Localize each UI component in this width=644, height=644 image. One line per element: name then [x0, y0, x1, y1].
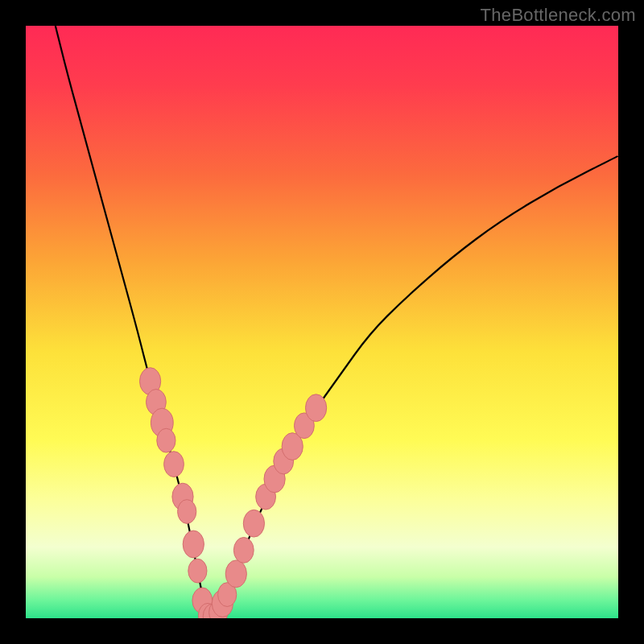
bead-group	[140, 368, 327, 618]
bead-marker	[225, 560, 246, 588]
curve-layer	[26, 26, 618, 618]
bead-marker	[164, 452, 184, 477]
watermark-label: TheBottleneck.com	[481, 5, 636, 26]
bead-marker	[178, 500, 196, 524]
outer-frame: TheBottleneck.com	[0, 0, 644, 644]
bead-marker	[183, 530, 204, 558]
bead-marker	[188, 559, 207, 583]
plot-area	[26, 26, 618, 618]
bead-marker	[243, 510, 264, 537]
bottleneck-curve	[56, 26, 618, 618]
bead-marker	[233, 538, 254, 564]
bead-marker	[157, 428, 175, 452]
bead-marker	[306, 394, 327, 422]
